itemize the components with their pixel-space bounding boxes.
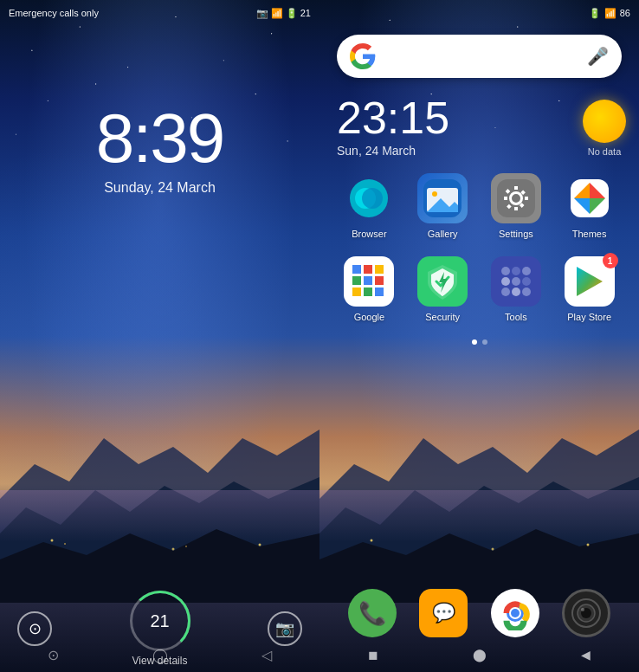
lock-nav-circle-icon: ⊙ xyxy=(48,647,59,663)
themes-icon xyxy=(565,173,615,223)
lock-screen: Emergency calls only 📷 📶 🔋 21 8:39 Sunda… xyxy=(0,0,320,672)
svg-rect-2 xyxy=(0,490,320,542)
svg-rect-23 xyxy=(497,179,535,217)
svg-rect-27 xyxy=(352,265,361,274)
lock-time-display: 8:39 Sunday, 24 March xyxy=(0,104,320,196)
svg-point-6 xyxy=(172,548,175,551)
svg-point-39 xyxy=(512,267,520,275)
home-nav-home[interactable]: ⬤ xyxy=(462,642,497,668)
google-icon xyxy=(344,256,394,307)
home-wifi-icon: 📶 xyxy=(604,8,616,19)
lock-nav-bar: ⊙ ◯ ◁ xyxy=(0,637,320,672)
svg-rect-35 xyxy=(375,288,384,296)
svg-rect-31 xyxy=(364,276,372,285)
home-nav-back[interactable]: ◀ xyxy=(569,642,604,668)
dock-chrome[interactable] xyxy=(491,589,539,637)
svg-point-40 xyxy=(522,267,531,275)
mic-icon[interactable]: 🎤 xyxy=(587,46,609,67)
svg-point-42 xyxy=(512,277,520,286)
weather-widget[interactable]: No data xyxy=(583,100,626,157)
app-browser[interactable]: Browser xyxy=(338,173,400,239)
svg-rect-32 xyxy=(375,276,384,285)
svg-point-51 xyxy=(511,609,520,617)
app-tools[interactable]: Tools xyxy=(485,256,547,322)
app-row-2: Google Security xyxy=(332,256,626,322)
svg-rect-11 xyxy=(320,490,639,542)
app-settings[interactable]: Settings xyxy=(485,173,547,239)
lock-nav-circle[interactable]: ⊙ xyxy=(36,642,71,668)
svg-rect-34 xyxy=(364,288,372,296)
themes-label: Themes xyxy=(572,229,607,239)
lock-nav-back-icon: ◁ xyxy=(261,647,272,663)
svg-point-15 xyxy=(587,544,590,546)
phone-icon: 📞 xyxy=(358,600,386,627)
settings-icon xyxy=(491,173,541,223)
app-themes[interactable]: Themes xyxy=(558,173,621,239)
gallery-label: Gallery xyxy=(428,229,458,239)
home-status-bar: 🔋 📶 86 xyxy=(320,0,639,26)
svg-point-38 xyxy=(501,267,510,275)
page-indicator xyxy=(332,339,626,345)
dock-messages[interactable]: 💬 xyxy=(419,589,468,637)
google-search-bar[interactable]: 🎤 xyxy=(337,35,622,78)
browser-icon xyxy=(344,173,394,223)
home-clock: 23:15 xyxy=(337,95,449,140)
home-time-display: 23:15 Sun, 24 March xyxy=(337,95,449,158)
weather-sun-icon xyxy=(583,100,626,143)
svg-point-4 xyxy=(51,540,54,542)
svg-point-46 xyxy=(522,288,531,296)
app-grid: Browser Gallery xyxy=(320,173,639,358)
svg-rect-29 xyxy=(375,265,384,274)
app-playstore[interactable]: 1 Play Store xyxy=(558,256,621,322)
back-icon: ◀ xyxy=(581,648,591,662)
lock-wifi-icon: 📶 xyxy=(271,8,283,19)
svg-point-18 xyxy=(362,188,383,209)
svg-rect-30 xyxy=(352,276,361,285)
svg-point-7 xyxy=(185,546,187,547)
lock-date: Sunday, 24 March xyxy=(0,180,320,196)
lock-nav-home-icon: ◯ xyxy=(152,647,168,663)
svg-point-13 xyxy=(371,540,373,542)
app-row-1: Browser Gallery xyxy=(332,173,626,239)
home-date: Sun, 24 March xyxy=(337,144,449,158)
recents-icon: ◼ xyxy=(368,648,378,662)
playstore-label: Play Store xyxy=(567,312,611,322)
lock-nav-home[interactable]: ◯ xyxy=(143,642,178,668)
dock-phone[interactable]: 📞 xyxy=(348,589,397,637)
home-battery-icon: 🔋 xyxy=(589,8,601,19)
playstore-icon: 1 xyxy=(565,256,615,307)
tools-label: Tools xyxy=(505,312,527,322)
home-nav-recents[interactable]: ◼ xyxy=(356,642,390,668)
svg-point-21 xyxy=(432,191,437,197)
emergency-text: Emergency calls only xyxy=(9,8,99,18)
camera-icon xyxy=(571,598,602,629)
lock-nav-back[interactable]: ◁ xyxy=(249,642,284,668)
settings-label: Settings xyxy=(499,229,533,239)
home-screen: 🔋 📶 86 🎤 23:15 Sun, 24 March No data xyxy=(320,0,639,672)
security-icon xyxy=(417,256,468,307)
tools-icon xyxy=(491,256,541,307)
lock-status-bar: Emergency calls only 📷 📶 🔋 21 xyxy=(0,0,320,26)
google-label: Google xyxy=(354,312,384,322)
app-security[interactable]: Security xyxy=(411,256,474,322)
app-google[interactable]: Google xyxy=(338,256,400,322)
dock-camera[interactable] xyxy=(562,589,610,637)
app-gallery[interactable]: Gallery xyxy=(411,173,474,239)
chrome-icon xyxy=(498,596,532,630)
google-g-logo xyxy=(350,43,376,69)
dock: 📞 💬 xyxy=(320,589,639,637)
camera-icon: 📷 xyxy=(275,619,294,638)
lock-battery-icon: 🔋 xyxy=(286,8,298,19)
svg-point-45 xyxy=(512,288,520,296)
home-battery-text: 86 xyxy=(620,8,630,18)
svg-rect-33 xyxy=(352,288,361,296)
lock-screenshot-icon: 📷 xyxy=(256,8,268,19)
page-dot-2 xyxy=(482,339,487,345)
playstore-badge: 1 xyxy=(603,253,618,268)
browser-label: Browser xyxy=(352,229,386,239)
lock-status-icons: 📷 📶 🔋 21 xyxy=(256,8,311,19)
svg-point-43 xyxy=(522,277,531,286)
lock-battery-text: 21 xyxy=(300,8,311,18)
flashlight-icon: ⊙ xyxy=(29,619,42,638)
svg-point-41 xyxy=(501,277,510,286)
